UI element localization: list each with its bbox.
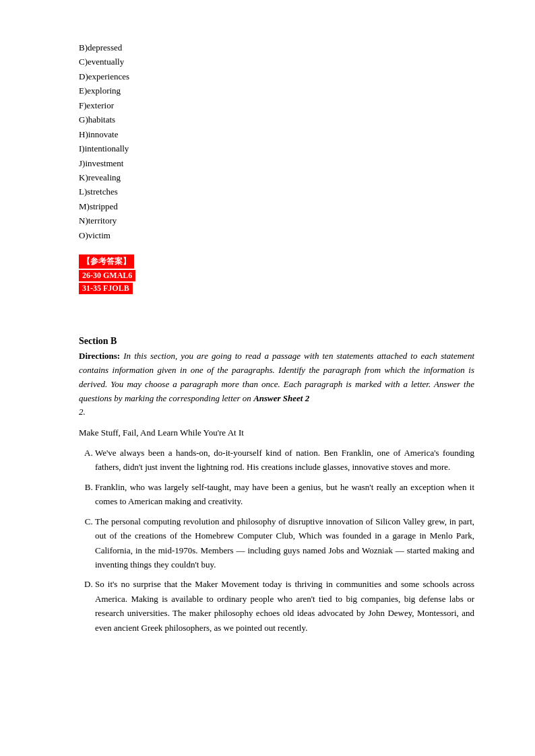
- word-item-b: B)depressed: [79, 40, 474, 55]
- paragraph-d: So it's no surprise that the Maker Movem…: [95, 577, 474, 635]
- word-item-o: O)victim: [79, 228, 474, 242]
- paragraph-a: We've always been a hands-on, do-it-your…: [95, 446, 474, 475]
- word-item-j: J)investment: [79, 156, 474, 170]
- paragraph-b: Franklin, who was largely self-taught, m…: [95, 480, 474, 509]
- word-item-l: L)stretches: [79, 184, 474, 199]
- reference-line2: 31-35 FJOLB: [79, 283, 133, 294]
- reference-line1: 26-30 GMAL6: [79, 270, 135, 281]
- word-item-f: F)exterior: [79, 98, 474, 112]
- word-item-h: H)innovate: [79, 127, 474, 141]
- reference-block: 【参考答案】 26-30 GMAL6 31-35 FJOLB: [79, 254, 474, 296]
- word-item-d: D)experiences: [79, 69, 474, 83]
- word-list: B)depressed C)eventually D)experiences E…: [79, 40, 474, 242]
- paragraph-c: The personal computing revolution and ph…: [95, 514, 474, 572]
- word-item-n: N)territory: [79, 213, 474, 228]
- directions-label: Directions:: [79, 351, 120, 361]
- word-item-g: G)habitats: [79, 112, 474, 127]
- directions-period: .: [84, 407, 86, 417]
- word-item-c: C)eventually: [79, 55, 474, 69]
- word-item-i: I)intentionally: [79, 141, 474, 156]
- word-item-k: K)revealing: [79, 170, 474, 184]
- passage-title: Make Stuff, Fail, And Learn While You're…: [79, 426, 474, 440]
- passage-list: We've always been a hands-on, do-it-your…: [79, 446, 474, 635]
- reference-label: 【参考答案】: [79, 254, 134, 269]
- directions-paragraph: Directions: In this section, you are goi…: [79, 349, 474, 419]
- section-b: Section B Directions: In this section, y…: [79, 336, 474, 635]
- word-item-m: M)stripped: [79, 199, 474, 213]
- word-item-e: E)exploring: [79, 83, 474, 98]
- directions-bold: Answer Sheet 2: [253, 393, 309, 403]
- section-b-title: Section B: [79, 336, 474, 347]
